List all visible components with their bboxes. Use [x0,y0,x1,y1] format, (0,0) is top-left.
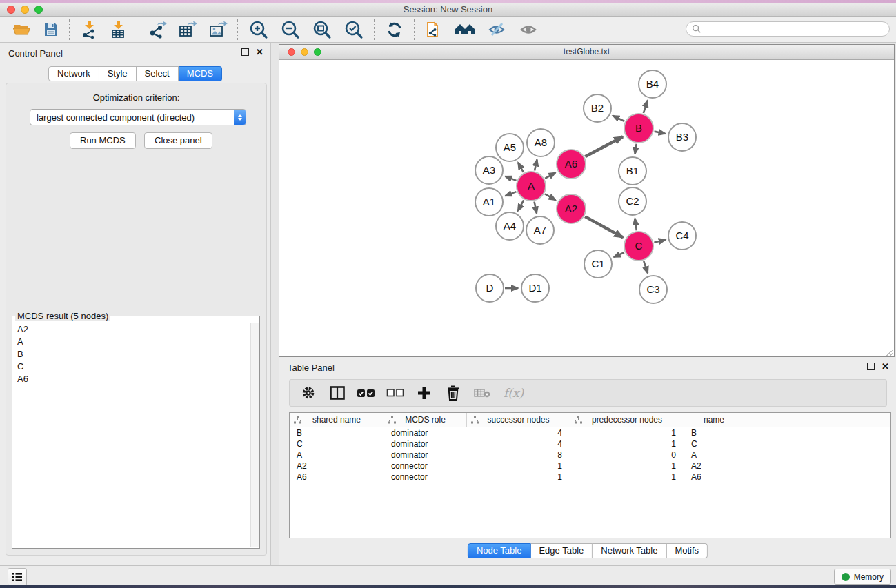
edge-A-A8[interactable] [535,159,537,170]
save-session-button[interactable] [37,19,65,41]
show-column-button[interactable] [324,381,350,405]
close-panel-button[interactable]: Close panel [144,132,212,149]
memory-button[interactable]: Memory [834,569,891,585]
edge-A2-C[interactable] [585,216,623,237]
export-network-button[interactable] [142,19,172,41]
zoom-out-button[interactable] [275,19,306,41]
edge-C-C2[interactable] [635,219,636,230]
node-table: shared nameMCDS rolesuccessor nodesprede… [289,412,891,538]
edge-B-B2[interactable] [613,116,625,121]
import-table-button[interactable] [103,19,132,41]
edge-B-B4[interactable] [644,101,648,113]
result-item[interactable]: C [13,360,251,372]
edge-A-A3[interactable] [505,176,516,181]
tab-node-table[interactable]: Node Table [468,543,531,558]
edge-A-A5[interactable] [518,163,524,172]
run-mcds-button[interactable]: Run MCDS [70,132,136,149]
edge-A-A2[interactable] [545,194,555,200]
cell-mcds_role: dominator [384,427,467,438]
cell-successor_nodes: 1 [467,472,570,483]
add-row-button[interactable] [411,381,437,405]
zoom-in-button[interactable] [243,19,275,41]
column-header-predecessor-nodes[interactable]: predecessor nodes [570,413,684,427]
float-panel-icon[interactable] [241,48,249,56]
table-row[interactable]: Cdominator41C [290,438,890,449]
delete-row-button[interactable] [440,381,466,405]
column-header-successor-nodes[interactable]: successor nodes [467,413,570,427]
network-zoom-button[interactable] [314,48,321,56]
close-window-button[interactable] [7,6,15,14]
result-item[interactable]: A6 [13,372,251,385]
hide-graphics-details-button[interactable] [481,19,513,41]
network-canvas[interactable]: B4B2BB3A8A5A6A3B1AC2A1A2A4A7C4CC1C3DD1 [279,60,894,356]
table-panel: Table Panel ✕ [279,357,896,565]
show-graphics-details-button[interactable] [513,19,545,41]
memory-label: Memory [854,572,884,582]
table-row[interactable]: A6connector11A6 [290,472,890,483]
criterion-select[interactable]: largest connected component (directed) [30,109,246,125]
open-file-button[interactable] [7,19,37,41]
search-input[interactable] [701,22,889,36]
result-item[interactable]: B [13,347,251,360]
resize-grip-icon[interactable] [886,349,893,356]
deselect-all-button[interactable] [382,381,408,405]
edge-A-A1[interactable] [505,192,516,196]
cell-successor_nodes: 1 [467,460,570,472]
zoom-window-button[interactable] [34,6,43,14]
float-table-panel-icon[interactable] [867,363,875,370]
table-settings-button[interactable] [295,381,321,405]
table-panel-title: Table Panel [288,363,335,373]
tab-mcds[interactable]: MCDS [179,66,222,81]
node-label-C3: C3 [646,283,659,295]
edge-A6-B[interactable] [585,136,623,156]
export-table-button[interactable] [172,19,203,41]
select-all-button[interactable] [353,381,379,405]
close-panel-icon[interactable]: ✕ [256,48,263,56]
search-box[interactable] [686,21,890,37]
import-network-button[interactable] [74,19,103,41]
network-window-titlebar: testGlobe.txt [279,45,894,60]
node-label-C1: C1 [591,258,604,270]
result-item[interactable]: A [13,335,251,347]
edge-C-C1[interactable] [614,252,624,257]
export-image-button[interactable] [203,19,233,41]
tab-network[interactable]: Network [48,66,99,81]
edge-B-B1[interactable] [635,144,637,154]
show-panels-button[interactable] [8,568,27,586]
node-label-A8: A8 [535,136,547,148]
result-item[interactable]: A2 [13,323,251,335]
zoom-selected-button[interactable] [338,19,370,41]
table-row[interactable]: A2connector11A2 [290,460,890,472]
zoom-fit-button[interactable] [306,19,338,41]
network-close-button[interactable] [288,48,295,56]
cell-mcds_role: dominator [384,449,467,460]
table-row[interactable]: Adominator80A [290,449,890,460]
column-header-shared-name[interactable]: shared name [290,413,384,427]
edge-B-B3[interactable] [655,132,666,134]
edge-C-C4[interactable] [654,240,665,243]
tab-edge-table[interactable]: Edge Table [530,543,593,558]
mcds-result-scrollbar[interactable] [250,323,259,547]
network-minimize-button[interactable] [301,48,308,56]
zoom-in-icon [248,19,269,40]
tab-select[interactable]: Select [137,66,179,81]
close-table-panel-icon[interactable]: ✕ [882,363,889,370]
edge-A-A4[interactable] [518,200,524,211]
new-network-from-file-button[interactable] [419,19,448,41]
tab-motifs[interactable]: Motifs [666,543,708,558]
cell-shared_name: B [290,427,384,438]
refresh-button[interactable] [379,19,410,41]
edge-A-A6[interactable] [545,173,555,179]
minimize-window-button[interactable] [21,6,29,14]
function-builder-button[interactable]: f(x) [498,381,529,405]
tab-network-table[interactable]: Network Table [593,543,666,558]
table-row[interactable]: Bdominator41B [290,427,890,438]
edge-A-A7[interactable] [535,202,537,214]
delete-table-button[interactable] [469,381,495,405]
column-header-mcds-role[interactable]: MCDS role [384,413,467,427]
column-header-name[interactable]: name [684,413,744,427]
tab-style[interactable]: Style [99,66,137,81]
home-button[interactable] [448,19,481,41]
edge-C-C3[interactable] [644,261,648,273]
node-label-B4: B4 [646,78,659,90]
